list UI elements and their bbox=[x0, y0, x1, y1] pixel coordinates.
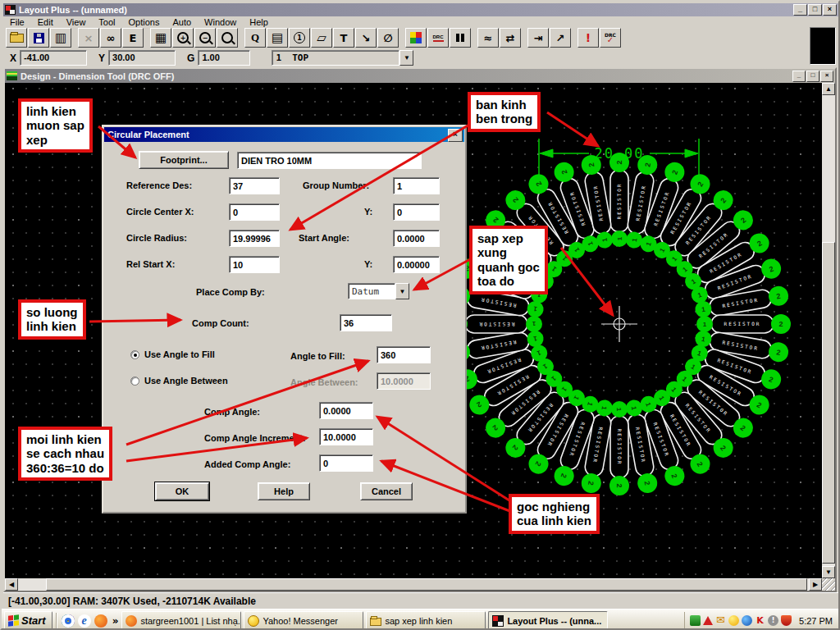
help-button[interactable]: Help bbox=[258, 482, 310, 500]
comp-count-field[interactable]: 36 bbox=[340, 314, 392, 331]
zoom-all-icon[interactable] bbox=[217, 28, 238, 48]
tray-icon-shield[interactable] bbox=[781, 615, 792, 626]
use-angle-between-radio[interactable] bbox=[130, 377, 139, 386]
tray-icon-mail[interactable]: ✉ bbox=[715, 615, 726, 626]
zoom-out-icon[interactable]: − bbox=[194, 28, 216, 48]
obstacle-tool-icon[interactable]: ▱ bbox=[311, 28, 332, 48]
design-window-title-bar[interactable]: Design - Dimension Tool (DRC OFF) _ □ × bbox=[5, 69, 835, 83]
tray-icon-messenger[interactable] bbox=[728, 615, 739, 626]
component-tool-icon[interactable]: ▤ bbox=[267, 28, 288, 48]
center-y-field[interactable]: 0 bbox=[393, 203, 440, 221]
design-close-button[interactable]: × bbox=[820, 71, 833, 82]
edit-icon[interactable]: E bbox=[122, 28, 144, 48]
grid-field[interactable]: 1.00 bbox=[198, 50, 250, 66]
find-icon[interactable]: ∞ bbox=[100, 28, 121, 48]
horizontal-scrollbar[interactable]: ◀ ▶ bbox=[5, 578, 822, 591]
open-icon[interactable] bbox=[6, 28, 27, 48]
delete-icon[interactable]: × bbox=[78, 28, 99, 48]
footprint-button[interactable]: Footprint... bbox=[139, 151, 229, 169]
menu-view[interactable]: View bbox=[60, 17, 93, 27]
layer-combo[interactable]: 1 TOP ▼ bbox=[272, 50, 413, 66]
edit-segment-icon[interactable]: ⇥ bbox=[527, 28, 549, 48]
menu-options[interactable]: Options bbox=[122, 17, 167, 27]
maximize-button[interactable]: □ bbox=[808, 4, 822, 16]
quicklaunch-overflow-chevron[interactable]: » bbox=[112, 615, 119, 627]
zoom-in-icon[interactable]: + bbox=[172, 28, 194, 48]
spreadsheet-icon[interactable]: ▦ bbox=[150, 28, 171, 48]
shove-track-icon[interactable]: ⇄ bbox=[500, 28, 521, 48]
menu-edit[interactable]: Edit bbox=[31, 17, 60, 27]
color-settings-icon[interactable] bbox=[405, 28, 427, 48]
x-coordinate-field[interactable]: -41.00 bbox=[20, 50, 87, 66]
menu-tool[interactable]: Tool bbox=[92, 17, 121, 27]
rel-start-x-field[interactable]: 10 bbox=[229, 256, 280, 273]
minimize-connections-icon[interactable]: ! bbox=[578, 28, 599, 48]
chrome-quicklaunch-icon[interactable] bbox=[62, 614, 75, 628]
start-button[interactable]: Start bbox=[4, 611, 52, 630]
ie-quicklaunch-icon[interactable]: e bbox=[78, 614, 91, 628]
comp-angle-increment-field[interactable]: 10.0000 bbox=[319, 428, 373, 445]
rel-y-field[interactable]: 0.00000 bbox=[393, 256, 440, 273]
menu-help[interactable]: Help bbox=[243, 17, 275, 27]
comp-angle-field[interactable]: 0.0000 bbox=[319, 402, 373, 419]
taskbar-button-folder[interactable]: sap xep linh kien bbox=[366, 611, 486, 630]
design-maximize-button[interactable]: □ bbox=[806, 71, 819, 82]
auto-path-route-icon[interactable]: ≈ bbox=[477, 28, 499, 48]
cancel-button[interactable]: Cancel bbox=[360, 482, 413, 500]
footprint-field[interactable]: DIEN TRO 10MM bbox=[237, 152, 422, 169]
reconnect-icon[interactable] bbox=[450, 28, 471, 48]
layer-field[interactable]: 1 TOP bbox=[272, 50, 399, 66]
minimize-button[interactable]: _ bbox=[793, 4, 807, 16]
connection-tool-icon[interactable]: ↘ bbox=[355, 28, 377, 48]
place-comp-by-value[interactable]: Datum bbox=[348, 283, 395, 299]
query-icon[interactable]: Q bbox=[244, 28, 266, 48]
pcb-canvas[interactable]: 20.00 RESISTOR12RESISTOR12RESISTOR12RESI… bbox=[5, 83, 822, 578]
horizontal-scroll-thumb[interactable] bbox=[46, 578, 807, 591]
angle-to-fill-field[interactable]: 360 bbox=[377, 346, 431, 363]
taskbar-button-firefox[interactable]: stargreen1001 | List nhạ... bbox=[121, 611, 241, 630]
menu-file[interactable]: File bbox=[3, 17, 31, 27]
text-tool-icon[interactable]: T bbox=[333, 28, 354, 48]
start-angle-field[interactable]: 0.0000 bbox=[393, 230, 440, 247]
close-button[interactable]: × bbox=[823, 4, 837, 16]
scroll-up-icon[interactable]: ▲ bbox=[822, 83, 835, 95]
scroll-right-icon[interactable]: ▶ bbox=[809, 578, 822, 591]
added-comp-angle-field[interactable]: 0 bbox=[319, 454, 373, 472]
library-manager-icon[interactable]: ▥ bbox=[50, 28, 71, 48]
scroll-left-icon[interactable]: ◀ bbox=[5, 578, 18, 591]
error-tool-icon[interactable]: ∅ bbox=[377, 28, 399, 48]
resize-grip[interactable] bbox=[822, 578, 835, 591]
y-coordinate-field[interactable]: 30.00 bbox=[108, 50, 176, 66]
circle-radius-field[interactable]: 19.99996 bbox=[229, 230, 280, 247]
vertical-scrollbar[interactable]: ▲ ▼ bbox=[822, 83, 835, 578]
tray-icon-gray[interactable]: ! bbox=[768, 615, 778, 626]
title-bar[interactable]: Layout Plus -- (unnamed) _ □ × bbox=[3, 3, 838, 16]
add-route-icon[interactable]: ↗ bbox=[550, 28, 571, 48]
save-icon[interactable] bbox=[28, 28, 49, 48]
tray-icon-triangle[interactable] bbox=[703, 616, 713, 625]
firefox-quicklaunch-icon[interactable] bbox=[94, 614, 107, 628]
tray-icon-k[interactable]: K bbox=[755, 615, 765, 626]
scroll-down-icon[interactable]: ▼ bbox=[822, 566, 835, 578]
dialog-title-bar[interactable]: Circular Placement bbox=[104, 127, 464, 142]
place-comp-by-dropdown-icon[interactable]: ▼ bbox=[395, 283, 409, 299]
circle-center-x-field[interactable]: 0 bbox=[229, 203, 280, 221]
taskbar-button-yahoo[interactable]: Yahoo! Messenger bbox=[244, 611, 363, 630]
vertical-scroll-thumb[interactable] bbox=[822, 242, 835, 564]
pin-tool-icon[interactable]: 1 bbox=[289, 28, 310, 48]
menu-window[interactable]: Window bbox=[198, 17, 243, 27]
online-drc-icon[interactable]: DRC bbox=[427, 28, 449, 48]
drc-check-icon[interactable]: DRC✓ bbox=[600, 28, 621, 48]
ok-button[interactable]: OK bbox=[155, 482, 209, 500]
group-number-field[interactable]: 1 bbox=[393, 177, 440, 194]
place-comp-by-combo[interactable]: Datum ▼ bbox=[348, 283, 409, 299]
design-minimize-button[interactable]: _ bbox=[792, 71, 806, 82]
dialog-close-icon[interactable]: × bbox=[448, 129, 463, 142]
taskbar-button-layout-plus[interactable]: Layout Plus -- (unna... bbox=[488, 611, 608, 630]
menu-auto[interactable]: Auto bbox=[166, 17, 198, 27]
tray-icon-globe[interactable] bbox=[742, 615, 752, 626]
use-angle-to-fill-radio[interactable] bbox=[130, 350, 139, 359]
reference-des-field[interactable]: 37 bbox=[229, 177, 280, 194]
tray-icon-green[interactable] bbox=[690, 615, 701, 626]
layer-dropdown-button[interactable]: ▼ bbox=[399, 50, 413, 66]
